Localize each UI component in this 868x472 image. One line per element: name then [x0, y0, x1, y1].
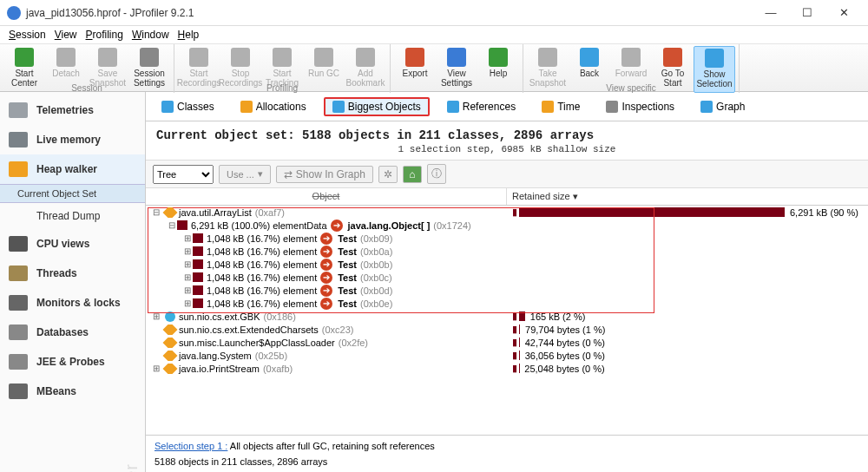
col-object[interactable]: Object	[146, 188, 507, 205]
table-row[interactable]: java.lang.System(0x25b)▮36,056 bytes (0 …	[146, 349, 868, 362]
tab-graph[interactable]: Graph	[692, 97, 753, 116]
table-row[interactable]: ⊞java.io.PrintStream(0xafb)▮25,048 bytes…	[146, 362, 868, 375]
control-row: Tree Use ... ▾ ⇄ Show In Graph ✲ ⌂ ⓘ	[146, 160, 868, 188]
tab-allocations[interactable]: Allocations	[232, 97, 315, 116]
footer: Selection step 1 : All objects after ful…	[146, 435, 868, 472]
table-row[interactable]: ⊟6,291 kB (100.0%) elementData➔java.lang…	[146, 219, 868, 232]
menu-view[interactable]: View	[51, 28, 81, 42]
sidebar-thread-dump[interactable]: Thread Dump	[0, 203, 145, 229]
table-row[interactable]: ⊞1,048 kB (16.7%) element➔Test(0xb0d)	[146, 284, 868, 297]
watermark: JProfiler	[122, 463, 141, 472]
sidebar-databases[interactable]: Databases	[0, 318, 145, 347]
window-title: java_pid13056.hprof - JProfiler 9.2.1	[26, 7, 753, 19]
table-row[interactable]: ⊟java.util.ArrayList(0xaf7)▮6,291 kB (90…	[146, 206, 868, 219]
view-select[interactable]: Tree	[153, 165, 214, 184]
tool-icon-1[interactable]: ✲	[378, 166, 398, 183]
sidebar-live-memory[interactable]: Live memory	[0, 125, 145, 154]
objectset-sub: 1 selection step, 6985 kB shallow size	[146, 144, 868, 160]
menu-window[interactable]: Window	[128, 28, 173, 42]
maximize-button[interactable]: ☐	[790, 1, 825, 25]
objectset-heading: Current object set: 5188 objects in 211 …	[146, 121, 868, 144]
object-table[interactable]: Object Retained size ▾ ⊟java.util.ArrayL…	[146, 188, 868, 435]
tool-icon-3[interactable]: ⓘ	[427, 164, 446, 184]
selection-step-link[interactable]: Selection step 1 :	[155, 441, 227, 451]
main-panel: ClassesAllocationsBiggest ObjectsReferen…	[146, 92, 868, 472]
export-button[interactable]: Export	[394, 46, 436, 93]
sidebar-mbeans[interactable]: MBeans	[0, 377, 145, 406]
table-header: Object Retained size ▾	[146, 188, 868, 206]
table-row[interactable]: ⊞1,048 kB (16.7%) element➔Test(0xb0b)	[146, 258, 868, 271]
view-tabs: ClassesAllocationsBiggest ObjectsReferen…	[146, 92, 868, 121]
use-button[interactable]: Use ... ▾	[219, 165, 271, 184]
table-row[interactable]: sun.misc.Launcher$AppClassLoader(0x2fe)▮…	[146, 336, 868, 349]
minimize-button[interactable]: —	[753, 1, 788, 25]
tab-classes[interactable]: Classes	[153, 97, 223, 116]
app-icon	[7, 6, 21, 20]
tab-time[interactable]: Time	[533, 97, 589, 116]
help-button[interactable]: Help	[477, 46, 519, 93]
table-row[interactable]: ⊞1,048 kB (16.7%) element➔Test(0xb0e)	[146, 297, 868, 310]
menu-session[interactable]: Session	[5, 28, 49, 42]
table-row[interactable]: ⊞1,048 kB (16.7%) element➔Test(0xb0c)	[146, 271, 868, 284]
sidebar: TelemetriesLive memoryHeap walkerCurrent…	[0, 92, 146, 472]
tab-biggest-objects[interactable]: Biggest Objects	[324, 97, 430, 116]
sidebar-monitors-locks[interactable]: Monitors & locks	[0, 288, 145, 318]
menu-profiling[interactable]: Profiling	[82, 28, 127, 42]
show-in-graph-button[interactable]: ⇄ Show In Graph	[276, 166, 373, 183]
col-retained[interactable]: Retained size ▾	[507, 188, 868, 205]
sidebar-cpu-views[interactable]: CPU views	[0, 229, 145, 259]
tab-inspections[interactable]: Inspections	[597, 97, 683, 116]
tab-references[interactable]: References	[438, 97, 524, 116]
menubar: SessionViewProfilingWindowHelp	[0, 26, 868, 43]
sidebar-sub-current[interactable]: Current Object Set	[0, 184, 145, 203]
footer-summary: 5188 objects in 211 classes, 2896 arrays	[155, 456, 859, 467]
table-row[interactable]: ⊞1,048 kB (16.7%) element➔Test(0xb0a)	[146, 245, 868, 258]
menu-help[interactable]: Help	[174, 28, 203, 42]
view-settings-button[interactable]: ViewSettings	[436, 46, 477, 93]
table-row[interactable]: ⊞sun.nio.cs.ext.GBK(0x186)▮165 kB (2 %)	[146, 310, 868, 323]
sidebar-jee-probes[interactable]: JEE & Probes	[0, 347, 145, 377]
tool-icon-2[interactable]: ⌂	[403, 166, 422, 183]
titlebar: java_pid13056.hprof - JProfiler 9.2.1 — …	[0, 0, 868, 26]
close-button[interactable]: ✕	[826, 1, 861, 25]
toolbar: StartCenterDetachSaveSnapshotSessionSett…	[0, 43, 868, 92]
table-row[interactable]: ⊞1,048 kB (16.7%) element➔Test(0xb09)	[146, 232, 868, 245]
sidebar-telemetries[interactable]: Telemetries	[0, 95, 145, 125]
table-row[interactable]: sun.nio.cs.ext.ExtendedCharsets(0xc23)▮7…	[146, 323, 868, 336]
sidebar-threads[interactable]: Threads	[0, 259, 145, 288]
sidebar-heap-walker[interactable]: Heap walker	[0, 154, 145, 184]
